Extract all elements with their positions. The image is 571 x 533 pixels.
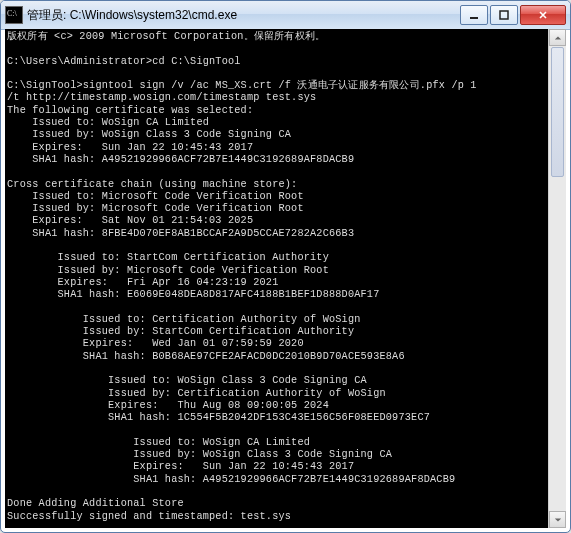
minimize-button[interactable]: [460, 5, 488, 25]
close-button[interactable]: [520, 5, 566, 25]
scroll-down-button[interactable]: [549, 511, 566, 528]
svg-rect-0: [470, 17, 478, 19]
chevron-up-icon: [554, 34, 562, 42]
console-output[interactable]: 版权所有 <c> 2009 Microsoft Corporation。保留所有…: [5, 29, 548, 528]
maximize-button[interactable]: [490, 5, 518, 25]
svg-rect-1: [500, 11, 508, 19]
window-titlebar[interactable]: 管理员: C:\Windows\system32\cmd.exe: [1, 1, 570, 30]
cmd-window: 管理员: C:\Windows\system32\cmd.exe 版权所有 <c…: [0, 0, 571, 533]
window-controls: [458, 5, 566, 25]
scroll-up-button[interactable]: [549, 29, 566, 46]
chevron-down-icon: [554, 516, 562, 524]
vertical-scrollbar[interactable]: [548, 29, 566, 528]
cmd-icon: [5, 6, 23, 24]
window-title: 管理员: C:\Windows\system32\cmd.exe: [27, 7, 458, 24]
console-area: 版权所有 <c> 2009 Microsoft Corporation。保留所有…: [5, 29, 566, 528]
scrollbar-thumb[interactable]: [551, 47, 564, 177]
